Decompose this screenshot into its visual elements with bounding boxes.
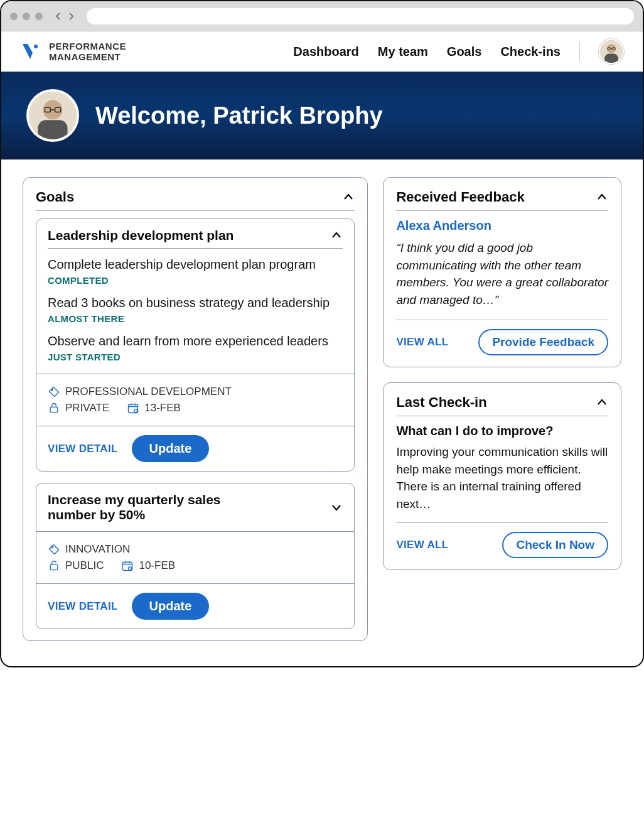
checkin-card-header[interactable]: Last Check-in — [396, 394, 608, 416]
goal-item-text: Complete leadership development plan pro… — [48, 256, 343, 273]
checkin-card: Last Check-in What can I do to improve? … — [383, 382, 621, 570]
dashboard-content: Goals Leadership development plan Comple… — [1, 159, 643, 666]
checkin-body: Improving your communication skills will… — [396, 443, 608, 512]
goal-item: Observe and learn from more experienced … — [48, 333, 343, 362]
brand: PERFORMANCE MANAGEMENT — [20, 41, 126, 63]
svg-rect-3 — [604, 54, 618, 63]
view-all-link[interactable]: VIEW ALL — [396, 539, 448, 551]
chevron-up-icon — [342, 191, 355, 203]
hero-avatar — [26, 89, 79, 142]
feedback-from[interactable]: Alexa Anderson — [396, 219, 608, 233]
svg-rect-15 — [129, 404, 138, 413]
avatar-icon — [600, 40, 623, 63]
goals-card-header[interactable]: Goals — [36, 189, 355, 211]
goal-visibility: PUBLIC — [65, 559, 104, 572]
tag-icon — [48, 543, 60, 556]
update-button[interactable]: Update — [132, 435, 210, 462]
checkin-question: What can I do to improve? — [396, 424, 608, 438]
avatar-icon — [29, 92, 77, 139]
window-close-dot[interactable] — [10, 13, 18, 20]
goal-status: COMPLETED — [48, 275, 343, 286]
window-controls — [10, 13, 43, 20]
window-min-dot[interactable] — [23, 13, 30, 20]
nav-links: Dashboard My team Goals Check-ins — [293, 39, 624, 64]
forward-icon[interactable] — [67, 12, 75, 21]
browser-toolbar — [1, 1, 643, 31]
nav-myteam[interactable]: My team — [378, 45, 428, 59]
hero-banner: Welcome, Patrick Brophy — [1, 72, 643, 159]
lock-open-icon — [48, 559, 60, 572]
svg-point-20 — [51, 546, 53, 548]
nav-divider — [579, 42, 580, 61]
goal-card-header[interactable]: Increase my quarterly sales number by 50… — [36, 483, 354, 531]
goal-date: 10-FEB — [139, 559, 175, 572]
svg-point-0 — [34, 45, 38, 48]
browser-frame: PERFORMANCE MANAGEMENT Dashboard My team… — [0, 0, 644, 667]
goal-tag: INNOVATION — [65, 543, 130, 556]
back-icon[interactable] — [54, 12, 63, 21]
svg-point-13 — [51, 389, 53, 391]
goal-card-leadership: Leadership development plan Complete lea… — [36, 219, 355, 472]
svg-rect-21 — [50, 564, 58, 569]
check-in-now-button[interactable]: Check In Now — [502, 532, 608, 558]
feedback-quote: “I think you did a good job communicatin… — [396, 239, 608, 308]
goal-item-text: Read 3 books on business strategy and le… — [48, 294, 343, 311]
lock-icon — [48, 402, 60, 414]
feedback-actions: VIEW ALL Provide Feedback — [396, 320, 608, 355]
goal-card-header[interactable]: Leadership development plan — [48, 228, 343, 249]
top-nav: PERFORMANCE MANAGEMENT Dashboard My team… — [1, 31, 643, 72]
goal-meta: INNOVATION PUBLIC 10-FEB — [36, 531, 354, 583]
feedback-card-header[interactable]: Received Feedback — [396, 189, 608, 211]
goal-card-sales: Increase my quarterly sales number by 50… — [36, 483, 355, 629]
goal-item: Complete leadership development plan pro… — [48, 256, 343, 286]
goals-card: Goals Leadership development plan Comple… — [23, 177, 368, 641]
brand-text: PERFORMANCE MANAGEMENT — [49, 41, 126, 63]
goal-item-text: Observe and learn from more experienced … — [48, 333, 343, 349]
address-bar[interactable] — [87, 8, 634, 24]
goals-column: Goals Leadership development plan Comple… — [23, 177, 368, 641]
goals-title: Goals — [36, 189, 74, 205]
nav-arrows — [49, 12, 80, 21]
checkin-title: Last Check-in — [396, 394, 486, 411]
chevron-up-icon — [330, 229, 343, 242]
feedback-card: Received Feedback Alexa Anderson “I thin… — [383, 177, 621, 367]
view-detail-link[interactable]: VIEW DETAIL — [48, 600, 118, 613]
goal-title: Increase my quarterly sales number by 50… — [48, 492, 261, 522]
svg-rect-14 — [50, 407, 58, 412]
nav-goals[interactable]: Goals — [447, 45, 482, 59]
goal-item: Read 3 books on business strategy and le… — [48, 294, 343, 324]
right-column: Received Feedback Alexa Anderson “I thin… — [383, 177, 621, 570]
svg-rect-9 — [38, 120, 67, 139]
tag-icon — [48, 386, 60, 398]
chevron-up-icon — [596, 396, 608, 409]
provide-feedback-button[interactable]: Provide Feedback — [478, 329, 608, 355]
brand-line2: MANAGEMENT — [49, 51, 126, 62]
goal-tag: PROFESSIONAL DEVELOPMENT — [65, 386, 232, 398]
goal-date: 13-FEB — [144, 402, 181, 414]
calendar-icon — [127, 402, 139, 414]
window-max-dot[interactable] — [35, 13, 43, 20]
avatar-menu[interactable] — [599, 39, 624, 64]
view-detail-link[interactable]: VIEW DETAIL — [48, 443, 118, 455]
goal-status: JUST STARTED — [48, 352, 343, 362]
goal-title: Leadership development plan — [48, 228, 233, 243]
hero-title: Welcome, Patrick Brophy — [95, 102, 383, 129]
nav-dashboard[interactable]: Dashboard — [293, 45, 358, 59]
chevron-up-icon — [596, 191, 608, 203]
nav-checkins[interactable]: Check-ins — [500, 45, 561, 59]
calendar-icon — [121, 559, 134, 572]
goal-visibility: PRIVATE — [65, 402, 109, 414]
brand-logo-icon — [20, 41, 40, 62]
goal-status: ALMOST THERE — [48, 313, 343, 324]
svg-point-26 — [129, 567, 132, 570]
goal-actions: VIEW DETAIL Update — [36, 583, 354, 629]
svg-rect-22 — [123, 562, 132, 570]
chevron-down-icon — [330, 501, 343, 514]
checkin-actions: VIEW ALL Check In Now — [396, 522, 608, 558]
goal-meta: PROFESSIONAL DEVELOPMENT PRIVATE 13-FEB — [36, 374, 354, 426]
svg-point-19 — [134, 409, 137, 413]
feedback-title: Received Feedback — [396, 189, 524, 205]
update-button[interactable]: Update — [132, 593, 210, 620]
goal-actions: VIEW DETAIL Update — [36, 426, 354, 471]
view-all-link[interactable]: VIEW ALL — [396, 336, 448, 348]
